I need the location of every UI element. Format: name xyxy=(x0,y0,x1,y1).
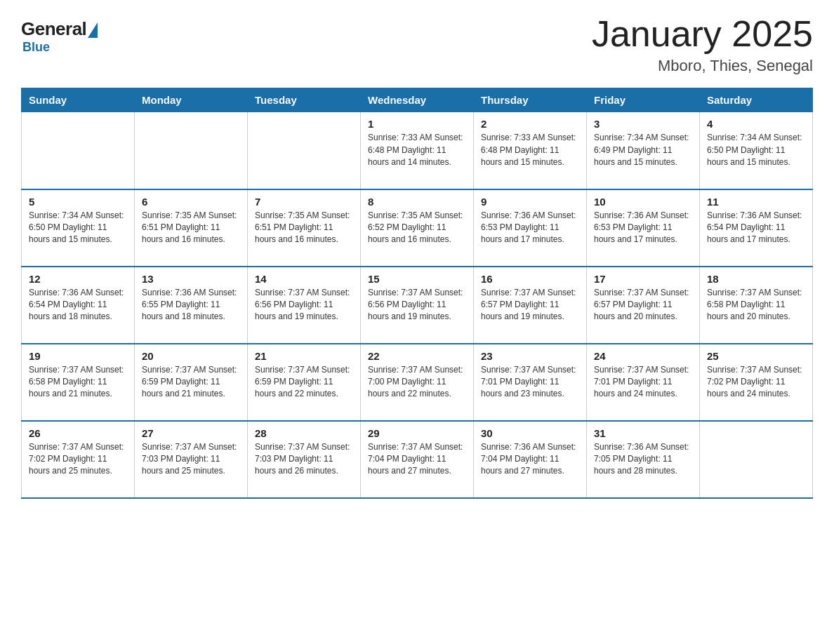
day-info: Sunrise: 7:36 AM Sunset: 7:04 PM Dayligh… xyxy=(481,441,579,478)
calendar-day-cell: 16Sunrise: 7:37 AM Sunset: 6:57 PM Dayli… xyxy=(474,267,587,344)
day-info: Sunrise: 7:35 AM Sunset: 6:51 PM Dayligh… xyxy=(142,210,240,246)
logo-general-text: General xyxy=(21,18,86,40)
day-number: 29 xyxy=(368,427,466,439)
day-info: Sunrise: 7:33 AM Sunset: 6:48 PM Dayligh… xyxy=(481,132,579,168)
day-info: Sunrise: 7:34 AM Sunset: 6:50 PM Dayligh… xyxy=(29,210,127,246)
day-number: 8 xyxy=(368,196,466,208)
calendar-week-row: 19Sunrise: 7:37 AM Sunset: 6:58 PM Dayli… xyxy=(22,344,813,421)
calendar-day-cell: 14Sunrise: 7:37 AM Sunset: 6:56 PM Dayli… xyxy=(248,267,361,344)
day-of-week-header: Thursday xyxy=(474,88,587,112)
day-info: Sunrise: 7:37 AM Sunset: 6:56 PM Dayligh… xyxy=(368,287,466,323)
calendar-day-cell: 19Sunrise: 7:37 AM Sunset: 6:58 PM Dayli… xyxy=(22,344,135,421)
day-number: 28 xyxy=(255,427,353,439)
calendar-subtitle: Mboro, Thies, Senegal xyxy=(592,57,813,75)
day-info: Sunrise: 7:37 AM Sunset: 7:02 PM Dayligh… xyxy=(707,364,805,401)
calendar-table: SundayMondayTuesdayWednesdayThursdayFrid… xyxy=(21,88,813,499)
calendar-day-cell: 5Sunrise: 7:34 AM Sunset: 6:50 PM Daylig… xyxy=(22,189,135,267)
day-info: Sunrise: 7:37 AM Sunset: 7:03 PM Dayligh… xyxy=(255,441,353,478)
calendar-day-cell: 17Sunrise: 7:37 AM Sunset: 6:57 PM Dayli… xyxy=(587,267,700,344)
calendar-day-cell: 10Sunrise: 7:36 AM Sunset: 6:53 PM Dayli… xyxy=(587,189,700,267)
day-of-week-header: Wednesday xyxy=(361,88,474,112)
logo-triangle-icon xyxy=(88,22,98,38)
day-number: 12 xyxy=(29,273,127,285)
day-info: Sunrise: 7:37 AM Sunset: 6:57 PM Dayligh… xyxy=(481,287,579,323)
logo: General Blue xyxy=(21,14,98,55)
calendar-day-cell: 28Sunrise: 7:37 AM Sunset: 7:03 PM Dayli… xyxy=(248,421,361,498)
day-info: Sunrise: 7:37 AM Sunset: 7:04 PM Dayligh… xyxy=(368,441,466,478)
calendar-week-row: 1Sunrise: 7:33 AM Sunset: 6:48 PM Daylig… xyxy=(22,112,813,189)
calendar-day-cell: 7Sunrise: 7:35 AM Sunset: 6:51 PM Daylig… xyxy=(248,189,361,267)
calendar-day-cell: 4Sunrise: 7:34 AM Sunset: 6:50 PM Daylig… xyxy=(700,112,813,189)
calendar-day-cell: 29Sunrise: 7:37 AM Sunset: 7:04 PM Dayli… xyxy=(361,421,474,498)
day-number: 14 xyxy=(255,273,353,285)
calendar-week-row: 5Sunrise: 7:34 AM Sunset: 6:50 PM Daylig… xyxy=(22,189,813,267)
day-number: 23 xyxy=(481,350,579,362)
calendar-day-cell: 11Sunrise: 7:36 AM Sunset: 6:54 PM Dayli… xyxy=(700,189,813,267)
calendar-day-cell: 20Sunrise: 7:37 AM Sunset: 6:59 PM Dayli… xyxy=(135,344,248,421)
calendar-title: January 2025 xyxy=(592,14,813,54)
calendar-day-cell: 3Sunrise: 7:34 AM Sunset: 6:49 PM Daylig… xyxy=(587,112,700,189)
day-info: Sunrise: 7:37 AM Sunset: 6:57 PM Dayligh… xyxy=(594,287,692,323)
calendar-day-cell: 31Sunrise: 7:36 AM Sunset: 7:05 PM Dayli… xyxy=(587,421,700,498)
day-info: Sunrise: 7:37 AM Sunset: 6:59 PM Dayligh… xyxy=(255,364,353,401)
day-number: 5 xyxy=(29,196,127,208)
calendar-day-cell: 9Sunrise: 7:36 AM Sunset: 6:53 PM Daylig… xyxy=(474,189,587,267)
calendar-day-cell xyxy=(135,112,248,189)
calendar-day-cell: 23Sunrise: 7:37 AM Sunset: 7:01 PM Dayli… xyxy=(474,344,587,421)
calendar-day-cell: 27Sunrise: 7:37 AM Sunset: 7:03 PM Dayli… xyxy=(135,421,248,498)
day-number: 1 xyxy=(368,118,466,130)
day-info: Sunrise: 7:37 AM Sunset: 6:59 PM Dayligh… xyxy=(142,364,240,401)
day-info: Sunrise: 7:37 AM Sunset: 7:01 PM Dayligh… xyxy=(594,364,692,401)
day-number: 13 xyxy=(142,273,240,285)
day-info: Sunrise: 7:36 AM Sunset: 6:55 PM Dayligh… xyxy=(142,287,240,323)
day-info: Sunrise: 7:36 AM Sunset: 6:53 PM Dayligh… xyxy=(481,210,579,246)
day-info: Sunrise: 7:37 AM Sunset: 7:00 PM Dayligh… xyxy=(368,364,466,401)
day-info: Sunrise: 7:37 AM Sunset: 6:58 PM Dayligh… xyxy=(707,287,805,323)
day-of-week-header: Tuesday xyxy=(248,88,361,112)
day-number: 4 xyxy=(707,118,805,130)
day-info: Sunrise: 7:36 AM Sunset: 7:05 PM Dayligh… xyxy=(594,441,692,478)
day-number: 19 xyxy=(29,350,127,362)
day-info: Sunrise: 7:34 AM Sunset: 6:50 PM Dayligh… xyxy=(707,132,805,168)
day-info: Sunrise: 7:36 AM Sunset: 6:54 PM Dayligh… xyxy=(707,210,805,246)
day-info: Sunrise: 7:37 AM Sunset: 6:58 PM Dayligh… xyxy=(29,364,127,401)
day-info: Sunrise: 7:37 AM Sunset: 7:01 PM Dayligh… xyxy=(481,364,579,401)
day-info: Sunrise: 7:36 AM Sunset: 6:53 PM Dayligh… xyxy=(594,210,692,246)
calendar-day-cell: 24Sunrise: 7:37 AM Sunset: 7:01 PM Dayli… xyxy=(587,344,700,421)
logo-blue-text: Blue xyxy=(22,40,50,55)
day-number: 21 xyxy=(255,350,353,362)
calendar-day-cell: 1Sunrise: 7:33 AM Sunset: 6:48 PM Daylig… xyxy=(361,112,474,189)
day-number: 18 xyxy=(707,273,805,285)
day-number: 9 xyxy=(481,196,579,208)
calendar-day-cell: 30Sunrise: 7:36 AM Sunset: 7:04 PM Dayli… xyxy=(474,421,587,498)
day-number: 6 xyxy=(142,196,240,208)
calendar-day-cell xyxy=(700,421,813,498)
calendar-day-cell xyxy=(248,112,361,189)
calendar-day-cell: 13Sunrise: 7:36 AM Sunset: 6:55 PM Dayli… xyxy=(135,267,248,344)
day-number: 24 xyxy=(594,350,692,362)
day-info: Sunrise: 7:34 AM Sunset: 6:49 PM Dayligh… xyxy=(594,132,692,168)
calendar-week-row: 26Sunrise: 7:37 AM Sunset: 7:02 PM Dayli… xyxy=(22,421,813,498)
day-info: Sunrise: 7:36 AM Sunset: 6:54 PM Dayligh… xyxy=(29,287,127,323)
calendar-day-cell: 12Sunrise: 7:36 AM Sunset: 6:54 PM Dayli… xyxy=(22,267,135,344)
day-of-week-header: Saturday xyxy=(700,88,813,112)
day-number: 3 xyxy=(594,118,692,130)
day-number: 2 xyxy=(481,118,579,130)
day-number: 11 xyxy=(707,196,805,208)
day-number: 31 xyxy=(594,427,692,439)
day-info: Sunrise: 7:37 AM Sunset: 7:03 PM Dayligh… xyxy=(142,441,240,478)
day-info: Sunrise: 7:37 AM Sunset: 6:56 PM Dayligh… xyxy=(255,287,353,323)
day-number: 27 xyxy=(142,427,240,439)
day-number: 17 xyxy=(594,273,692,285)
day-number: 20 xyxy=(142,350,240,362)
day-number: 22 xyxy=(368,350,466,362)
calendar-day-cell: 26Sunrise: 7:37 AM Sunset: 7:02 PM Dayli… xyxy=(22,421,135,498)
day-info: Sunrise: 7:33 AM Sunset: 6:48 PM Dayligh… xyxy=(368,132,466,168)
title-block: January 2025 Mboro, Thies, Senegal xyxy=(592,14,813,75)
day-info: Sunrise: 7:35 AM Sunset: 6:51 PM Dayligh… xyxy=(255,210,353,246)
day-info: Sunrise: 7:35 AM Sunset: 6:52 PM Dayligh… xyxy=(368,210,466,246)
calendar-day-cell xyxy=(22,112,135,189)
day-number: 10 xyxy=(594,196,692,208)
calendar-day-cell: 25Sunrise: 7:37 AM Sunset: 7:02 PM Dayli… xyxy=(700,344,813,421)
calendar-day-cell: 8Sunrise: 7:35 AM Sunset: 6:52 PM Daylig… xyxy=(361,189,474,267)
